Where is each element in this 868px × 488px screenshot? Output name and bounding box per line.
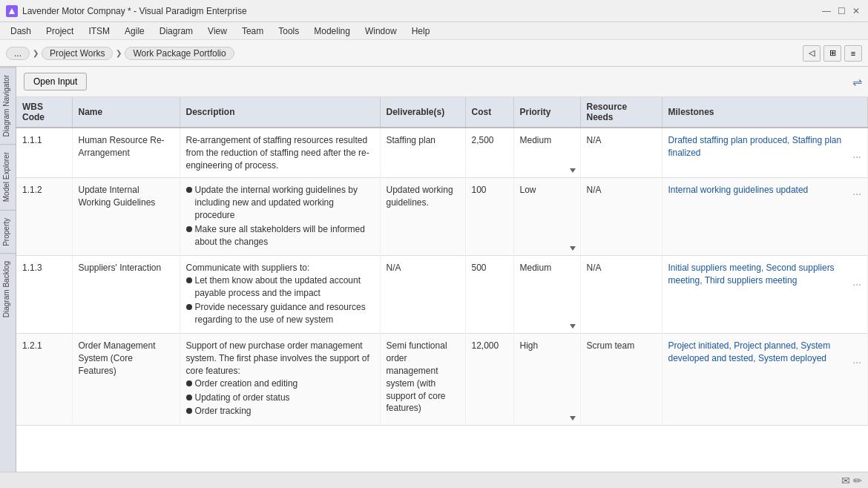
menu-item-team[interactable]: Team: [234, 24, 271, 38]
breadcrumb-work-package[interactable]: Work Package Portfolio: [125, 47, 234, 60]
sidebar-item-diagram-navigator[interactable]: Diagram Navigator: [0, 67, 16, 144]
col-description: Description: [180, 97, 380, 128]
menu-item-modeling[interactable]: Modeling: [306, 24, 358, 38]
priority-arrow[interactable]: [570, 246, 576, 251]
cell-cost-0: 2,500: [465, 128, 513, 178]
bullet-dot: [186, 187, 192, 193]
grid-icon-button[interactable]: ⊞: [823, 45, 841, 62]
cell-priority-1: Low: [513, 178, 580, 256]
col-resource-needs: Resource Needs: [580, 97, 662, 128]
cell-wbs-3: 1.2.1: [16, 334, 72, 426]
cell-resource-0: N/A: [580, 128, 662, 178]
back-icon-button[interactable]: ◁: [803, 45, 821, 62]
breadcrumb-arrow-2: ❯: [116, 49, 122, 57]
bullet-dot: [186, 304, 192, 310]
svg-marker-0: [9, 8, 15, 14]
status-bar: ✉ ✏: [0, 472, 868, 488]
priority-arrow[interactable]: [570, 168, 576, 173]
menu-item-project[interactable]: Project: [39, 24, 81, 38]
edit-icon[interactable]: ✏: [853, 475, 862, 487]
sidebar-item-diagram-backlog[interactable]: Diagram Backlog: [0, 253, 16, 325]
close-button[interactable]: ✕: [850, 5, 862, 17]
cell-description-1: Update the internal working guidelines b…: [180, 178, 380, 256]
menu-item-itsm[interactable]: ITSM: [81, 24, 117, 38]
breadcrumb-dots[interactable]: ...: [6, 47, 30, 60]
toolbar: ... ❯ Project Works ❯ Work Package Portf…: [0, 40, 868, 67]
work-package-table: WBS Code Name Description Deliverable(s)…: [16, 97, 868, 426]
table-header-row: WBS Code Name Description Deliverable(s)…: [16, 97, 868, 128]
cell-wbs-1: 1.1.2: [16, 178, 72, 256]
list-icon-button[interactable]: ≡: [844, 45, 862, 62]
app-logo: [6, 5, 18, 17]
cell-cost-3: 12,000: [465, 334, 513, 426]
navigator-icon[interactable]: ⇌: [852, 75, 862, 89]
button-area: Open Input ⇌: [16, 67, 868, 97]
menu-item-view[interactable]: View: [200, 24, 234, 38]
milestones-text: Initial suppliers meeting, Second suppli…: [668, 263, 835, 286]
col-priority: Priority: [513, 97, 580, 128]
more-button[interactable]: ···: [852, 355, 861, 370]
menu-item-diagram[interactable]: Diagram: [152, 24, 200, 38]
priority-arrow[interactable]: [570, 416, 576, 421]
col-name: Name: [72, 97, 180, 128]
desc-intro: Support of new purchase order management…: [186, 340, 374, 377]
cell-deliverables-0: Staffing plan: [380, 128, 465, 178]
minimize-button[interactable]: —: [821, 5, 832, 17]
bullet-text: Make sure all stakeholders will be infor…: [195, 223, 374, 248]
menu-item-tools[interactable]: Tools: [271, 24, 306, 38]
more-button[interactable]: ···: [852, 187, 861, 202]
menu-bar: DashProjectITSMAgileDiagramViewTeamTools…: [0, 22, 868, 40]
menu-item-help[interactable]: Help: [404, 24, 438, 38]
cell-cost-2: 500: [465, 256, 513, 334]
sidebar-item-property[interactable]: Property: [0, 210, 16, 254]
bullet-item: Updating of order status: [186, 392, 374, 404]
bullet-text: Update the internal working guidelines b…: [195, 184, 374, 221]
milestones-text: Drafted staffing plan produced, Staffing…: [668, 135, 842, 158]
bullet-dot: [186, 395, 192, 400]
cell-resource-1: N/A: [580, 178, 662, 256]
bullet-text: Order tracking: [195, 405, 251, 418]
sidebar-item-model-explorer[interactable]: Model Explorer: [0, 144, 16, 209]
table-body: 1.1.1Human Resource Re-ArrangementRe-arr…: [16, 128, 868, 426]
table-row: 1.2.1Order Management System (Core Featu…: [16, 334, 868, 426]
menu-item-window[interactable]: Window: [358, 24, 404, 38]
cell-milestones-1: Internal working guidelines updated···: [662, 178, 868, 256]
bullet-item: Order tracking: [186, 405, 374, 418]
window-title: Lavender Motor Compnay * - Visual Paradi…: [22, 6, 247, 16]
open-input-button[interactable]: Open Input: [24, 73, 87, 90]
milestones-text: Project initiated, Project planned, Syst…: [668, 340, 831, 363]
cell-deliverables-3: Semi functional order management system …: [380, 334, 465, 426]
bullet-dot: [186, 408, 192, 414]
title-bar: Lavender Motor Compnay * - Visual Paradi…: [0, 0, 868, 22]
bullet-item: Provide necessary guidance and resources…: [186, 301, 374, 326]
cell-cost-1: 100: [465, 178, 513, 256]
maximize-button[interactable]: ☐: [835, 5, 847, 17]
more-button[interactable]: ···: [852, 150, 861, 165]
email-icon[interactable]: ✉: [841, 475, 850, 487]
breadcrumb-project-works[interactable]: Project Works: [42, 47, 113, 60]
col-wbs-code: WBS Code: [16, 97, 72, 128]
priority-value: Medium: [520, 135, 552, 145]
bullet-text: Provide necessary guidance and resources…: [195, 301, 374, 326]
priority-value: Low: [520, 185, 536, 195]
breadcrumb: ... ❯ Project Works ❯ Work Package Portf…: [6, 47, 234, 60]
more-button[interactable]: ···: [852, 277, 861, 292]
table-container[interactable]: WBS Code Name Description Deliverable(s)…: [16, 97, 868, 472]
priority-value: Medium: [520, 263, 552, 273]
cell-name-1: Update Internal Working Guidelines: [72, 178, 180, 256]
cell-deliverables-2: N/A: [380, 256, 465, 334]
bullet-item: Update the internal working guidelines b…: [186, 184, 374, 221]
col-cost: Cost: [465, 97, 513, 128]
bullet-text: Order creation and editing: [195, 377, 298, 390]
bullet-dot: [186, 226, 192, 232]
cell-milestones-3: Project initiated, Project planned, Syst…: [662, 334, 868, 426]
priority-arrow[interactable]: [570, 324, 576, 329]
cell-milestones-0: Drafted staffing plan produced, Staffing…: [662, 128, 868, 178]
cell-resource-2: N/A: [580, 256, 662, 334]
menu-item-dash[interactable]: Dash: [3, 24, 39, 38]
cell-description-2: Communicate with suppliers to:Let them k…: [180, 256, 380, 334]
cell-milestones-2: Initial suppliers meeting, Second suppli…: [662, 256, 868, 334]
cell-description-3: Support of new purchase order management…: [180, 334, 380, 426]
menu-item-agile[interactable]: Agile: [117, 24, 152, 38]
main-content: Open Input ⇌ WBS Code Name Description D…: [16, 67, 868, 472]
